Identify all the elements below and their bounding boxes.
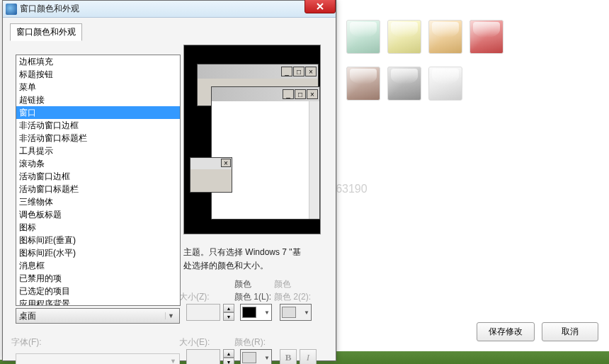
dropdown-item[interactable]: 应用程序背景 — [16, 297, 180, 306]
chevron-down-icon: ▼ — [304, 309, 309, 316]
color-swatch[interactable] — [428, 20, 462, 54]
dropdown-item[interactable]: 边框填充 — [16, 55, 180, 68]
preview-active-window: _ □ × — [211, 86, 320, 220]
dropdown-item[interactable]: 已选定的项目 — [16, 285, 180, 297]
color2-swatch — [282, 307, 296, 318]
color-swatch[interactable] — [387, 20, 421, 54]
dropdown-item[interactable]: 窗口 — [16, 106, 180, 119]
titlebar-text: 窗口颜色和外观 — [20, 3, 79, 15]
color-swatch[interactable] — [387, 67, 421, 101]
color2-control: ▼ — [280, 304, 312, 321]
chevron-down-icon: ▼ — [165, 312, 176, 319]
font-label: 字体(F): — [11, 336, 42, 348]
size-e-label: 大小(E): — [179, 336, 210, 348]
swatch-row-2 — [346, 67, 462, 101]
right-panel: 保存修改 取消 — [336, 0, 609, 364]
color-r-swatch — [242, 352, 256, 363]
dropdown-item[interactable]: 滚动条 — [16, 157, 180, 170]
taskbar — [336, 351, 609, 364]
size-e-control: ▲ ▼ — [186, 349, 234, 364]
size-z-spinner: ▲ ▼ — [223, 304, 234, 321]
titlebar: 窗口颜色和外观 — [3, 1, 336, 18]
close-icon: × — [221, 159, 231, 167]
color2-label: 颜色 2(2): — [274, 291, 311, 303]
color-swatch[interactable] — [428, 67, 462, 101]
dropdown-item[interactable]: 标题按钮 — [16, 68, 180, 81]
color-appearance-dialog: 窗口颜色和外观 窗口颜色和外观 _ □ × _ □ × — [2, 0, 336, 361]
color-swatch[interactable] — [469, 20, 503, 54]
dropdown-item[interactable]: 菜单 — [16, 81, 180, 93]
size-e-spinner: ▲ ▼ — [223, 349, 234, 364]
item-combo[interactable]: 桌面 ▼ — [16, 308, 180, 324]
dropdown-item[interactable]: 超链接 — [16, 93, 180, 106]
dropdown-item[interactable]: 三维物体 — [16, 195, 180, 208]
color1-control[interactable]: ▼ — [240, 304, 272, 321]
close-icon — [317, 3, 324, 10]
description-text: 主题。只有选择 Windows 7 "基 处选择的颜色和大小。 — [183, 246, 329, 273]
preview-pane: _ □ × _ □ × × — [183, 45, 321, 234]
color1-swatch — [242, 307, 256, 318]
dropdown-item[interactable]: 非活动窗口边框 — [16, 119, 180, 132]
tab-window-color[interactable]: 窗口颜色和外观 — [10, 23, 82, 41]
item-combo-value: 桌面 — [19, 310, 36, 322]
color-swatch[interactable] — [346, 20, 380, 54]
dropdown-item[interactable]: 工具提示 — [16, 144, 180, 157]
dialog-body: 窗口颜色和外观 _ □ × _ □ × × — [3, 18, 336, 360]
item-dropdown-list[interactable]: 边框填充标题按钮菜单超链接窗口非活动窗口边框非活动窗口标题栏工具提示滚动条活动窗… — [16, 55, 181, 306]
min-icon: _ — [283, 89, 294, 99]
app-icon — [6, 4, 17, 15]
chevron-down-icon: ▼ — [264, 355, 270, 361]
scrollbar — [309, 101, 319, 219]
min-icon: _ — [281, 67, 292, 76]
color-r-combo: ▼ — [240, 349, 272, 364]
spin-down: ▼ — [223, 312, 234, 321]
color-r-control: ▼ — [240, 349, 272, 364]
color2-combo: ▼ — [280, 304, 312, 321]
max-icon: □ — [295, 89, 306, 99]
font-combo: ▼ — [16, 353, 180, 364]
right-panel-buttons: 保存修改 取消 — [477, 322, 598, 341]
preview-message-box: × — [190, 157, 232, 193]
color-swatch[interactable] — [346, 67, 380, 101]
color-r-label: 颜色(R): — [234, 336, 266, 348]
cancel-button[interactable]: 取消 — [542, 322, 598, 341]
close-button[interactable] — [304, 0, 336, 13]
close-icon: × — [307, 89, 318, 99]
size-e-input — [186, 349, 220, 364]
spin-up: ▲ — [223, 349, 234, 358]
dropdown-item[interactable]: 已禁用的项 — [16, 272, 180, 285]
size-z-label: 大小(Z): — [179, 291, 210, 303]
color1-combo[interactable]: ▼ — [240, 304, 272, 321]
dropdown-item[interactable]: 活动窗口标题栏 — [16, 183, 180, 195]
color2-header: 颜色 — [274, 278, 291, 290]
spin-down: ▼ — [223, 358, 234, 364]
chevron-down-icon: ▼ — [170, 358, 176, 364]
dropdown-item[interactable]: 图标 — [16, 221, 180, 234]
chevron-down-icon: ▼ — [264, 309, 270, 316]
size-z-input — [186, 304, 220, 321]
swatch-row-1 — [346, 20, 503, 54]
italic-button: I — [300, 349, 317, 364]
color1-header: 颜色 — [234, 278, 251, 290]
font-style-buttons: B I — [280, 349, 317, 364]
dropdown-item[interactable]: 图标间距(垂直) — [16, 234, 180, 246]
dropdown-item[interactable]: 非活动窗口标题栏 — [16, 132, 180, 144]
spin-up: ▲ — [223, 304, 234, 312]
max-icon: □ — [293, 67, 304, 76]
close-icon: × — [305, 67, 317, 76]
size-z-control: ▲ ▼ — [186, 304, 234, 321]
dropdown-item[interactable]: 图标间距(水平) — [16, 246, 180, 259]
dropdown-item[interactable]: 活动窗口边框 — [16, 170, 180, 183]
dropdown-item[interactable]: 消息框 — [16, 259, 180, 272]
color1-label: 颜色 1(L): — [234, 291, 271, 303]
bold-button: B — [280, 349, 297, 364]
dropdown-item[interactable]: 调色板标题 — [16, 208, 180, 221]
save-button[interactable]: 保存修改 — [477, 322, 535, 341]
